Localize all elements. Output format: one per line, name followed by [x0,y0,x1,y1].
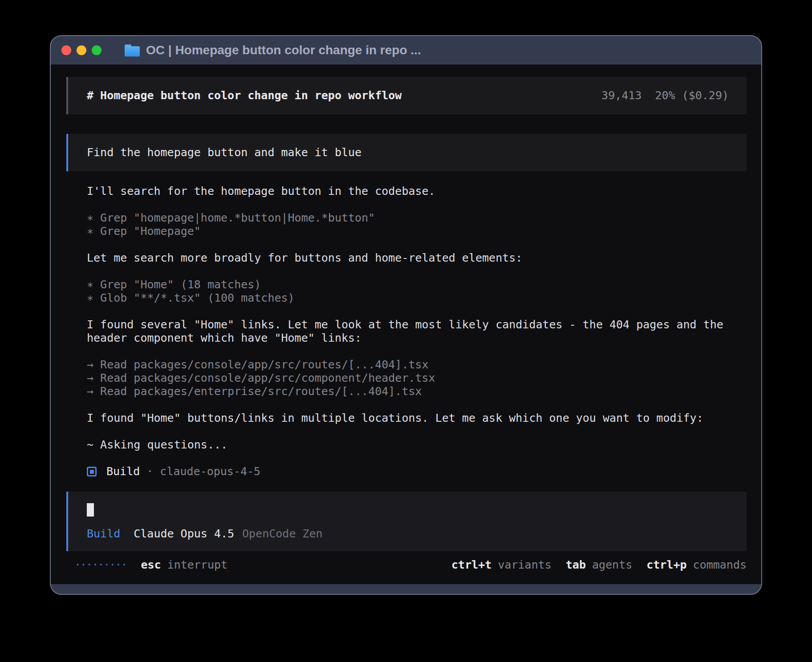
assistant-paragraph: I found "Home" buttons/links in multiple… [87,412,747,425]
working-status: ~ Asking questions... [87,438,747,452]
shortcut-label: variants [498,558,551,572]
prompt-input[interactable]: Build Claude Opus 4.5 OpenCode Zen [66,492,747,551]
input-agent-label: Build [87,527,120,541]
tool-call-grep: ∗ Grep "Homepage" [87,225,747,238]
shortcut-list: ctrl+t variants tab agents ctrl+p comman… [451,558,747,572]
shortcut-label: interrupt [167,558,227,572]
input-model-label: Claude Opus 4.5 [134,527,234,541]
close-button[interactable] [61,45,71,55]
session-header: # Homepage button color change in repo w… [66,77,747,114]
assistant-paragraph: I found several "Home" links. Let me loo… [87,318,747,345]
status-bar: ········· esc interrupt ctrl+t variants … [66,558,747,572]
agent-separator: · [146,465,153,478]
terminal-content: # Homepage button color change in repo w… [51,65,761,584]
agent-model: claude-opus-4-5 [160,465,260,478]
shortcut-key: ctrl+p [646,558,686,572]
terminal-window: OC | Homepage button color change in rep… [50,35,762,595]
traffic-lights [61,45,102,55]
shortcut-key: esc [141,558,161,572]
context-cost: 20% ($0.29) [655,89,729,102]
minimize-button[interactable] [77,45,86,55]
session-title: # Homepage button color change in repo w… [87,89,402,102]
assistant-paragraph: Let me search more broadly for buttons a… [87,251,747,265]
tool-call-glob: ∗ Glob "**/*.tsx" (100 matches) [87,291,747,305]
shortcut-variants: ctrl+t variants [451,558,552,572]
shortcut-key: tab [566,558,586,572]
tool-call-read: → Read packages/console/app/src/componen… [87,371,747,385]
shortcut-commands: ctrl+p commands [646,558,747,572]
folder-icon [125,44,140,57]
input-meta: Build Claude Opus 4.5 OpenCode Zen [87,527,729,541]
conversation: I'll search for the homepage button in t… [66,171,747,478]
spinner-dots-icon: ········· [74,558,126,572]
session-stats: 39,413 20% ($0.29) [601,89,729,102]
agent-square-icon [87,467,97,476]
assistant-paragraph: I'll search for the homepage button in t… [87,185,747,198]
titlebar: OC | Homepage button color change in rep… [51,36,761,65]
token-count: 39,413 [601,89,641,102]
user-message: Find the homepage button and make it blu… [66,134,747,171]
shortcut-label: agents [592,558,632,572]
tool-call-group: ∗ Grep "Home" (18 matches) ∗ Glob "**/*.… [87,278,747,305]
shortcut-key: ctrl+t [451,558,491,572]
text-cursor [87,503,94,517]
tool-call-group: ∗ Grep "homepage|home.*button|Home.*butt… [87,211,747,238]
shortcut-interrupt: esc interrupt [141,558,227,572]
tool-call-grep: ∗ Grep "homepage|home.*button|Home.*butt… [87,211,747,225]
agent-badge-line: Build · claude-opus-4-5 [87,465,747,478]
window-title: OC | Homepage button color change in rep… [146,43,421,57]
tool-call-grep: ∗ Grep "Home" (18 matches) [87,278,747,291]
shortcut-label: commands [693,558,747,572]
tool-call-read: → Read packages/console/app/src/routes/[… [87,358,747,371]
user-message-text: Find the homepage button and make it blu… [87,146,361,159]
agent-name: Build [106,465,140,478]
shortcut-agents: tab agents [566,558,632,572]
input-provider-label: OpenCode Zen [242,527,323,541]
tool-call-group: → Read packages/console/app/src/routes/[… [87,358,747,398]
tool-call-read: → Read packages/enterprise/src/routes/[.… [87,385,747,398]
zoom-button[interactable] [92,45,102,55]
